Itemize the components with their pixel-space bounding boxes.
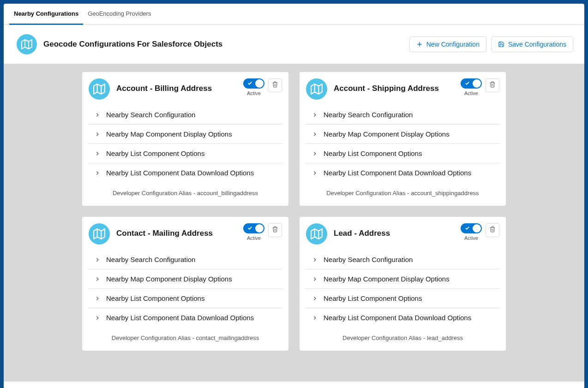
section-row[interactable]: Nearby List Component Data Download Opti… <box>88 163 283 182</box>
section-row[interactable]: Nearby List Component Data Download Opti… <box>305 163 500 182</box>
save-configurations-button[interactable]: Save Configurations <box>491 36 573 52</box>
new-configuration-label: New Configuration <box>426 41 480 48</box>
check-icon <box>465 224 470 233</box>
section-label: Nearby List Component Data Download Opti… <box>106 314 254 322</box>
card-title: Contact - Mailing Address <box>116 223 237 238</box>
card-title: Account - Billing Address <box>116 78 237 93</box>
trash-icon <box>489 81 496 90</box>
chevron-right-icon <box>307 112 318 118</box>
chevron-right-icon <box>90 131 101 137</box>
section-label: Nearby Search Configuration <box>106 256 195 263</box>
section-row[interactable]: Nearby Map Component Display Options <box>305 269 500 289</box>
section-row[interactable]: Nearby Search Configuration <box>88 105 283 125</box>
check-icon <box>247 224 252 233</box>
active-toggle[interactable] <box>461 223 482 233</box>
trash-icon <box>489 226 496 234</box>
tabs: Nearby Configurations GeoEncoding Provid… <box>4 4 584 25</box>
card-footer: Developer Configuration Alias - contact_… <box>82 327 288 351</box>
active-toggle[interactable] <box>243 78 264 89</box>
plus-icon <box>416 41 423 48</box>
chevron-right-icon <box>90 295 101 302</box>
active-label: Active <box>247 90 261 96</box>
svg-marker-8 <box>311 84 322 94</box>
active-toggle[interactable] <box>243 223 264 233</box>
page-title: Geocode Configurations For Salesforce Ob… <box>43 40 405 49</box>
check-icon <box>465 79 470 88</box>
section-label: Nearby Search Configuration <box>106 111 195 119</box>
config-card: Lead - AddressActiveNearby Search Config… <box>300 217 506 351</box>
section-row[interactable]: Nearby Search Configuration <box>305 250 500 269</box>
section-row[interactable]: Nearby List Component Options <box>305 289 500 308</box>
active-label: Active <box>464 235 478 241</box>
content-area: Account - Billing AddressActiveNearby Se… <box>4 64 584 388</box>
config-card: Account - Billing AddressActiveNearby Se… <box>82 72 288 206</box>
chevron-right-icon <box>307 257 318 263</box>
section-label: Nearby List Component Data Download Opti… <box>106 169 254 177</box>
tab-geoencoding-providers[interactable]: GeoEncoding Providers <box>83 4 156 25</box>
trash-icon <box>272 81 278 90</box>
chevron-right-icon <box>307 150 318 157</box>
section-label: Nearby List Component Options <box>324 149 422 157</box>
section-row[interactable]: Nearby List Component Data Download Opti… <box>305 308 500 327</box>
active-toggle[interactable] <box>461 78 482 89</box>
section-row[interactable]: Nearby List Component Options <box>88 289 283 308</box>
section-row[interactable]: Nearby Search Configuration <box>305 105 500 125</box>
section-label: Nearby List Component Data Download Opti… <box>324 314 471 322</box>
card-footer: Developer Configuration Alias - account_… <box>82 182 288 206</box>
map-icon <box>89 78 110 100</box>
save-configurations-label: Save Configurations <box>508 41 566 48</box>
delete-button[interactable] <box>486 78 499 92</box>
card-title: Account - Shipping Address <box>334 78 454 93</box>
chevron-right-icon <box>307 131 318 137</box>
card-title: Lead - Address <box>334 223 454 238</box>
chevron-right-icon <box>90 150 101 157</box>
map-icon <box>89 223 110 245</box>
section-label: Nearby List Component Options <box>324 294 422 302</box>
section-row[interactable]: Nearby List Component Options <box>88 144 283 163</box>
section-label: Nearby Search Configuration <box>324 111 413 119</box>
svg-marker-0 <box>22 40 32 49</box>
delete-button[interactable] <box>486 223 499 237</box>
section-row[interactable]: Nearby List Component Data Download Opti… <box>88 308 283 327</box>
delete-button[interactable] <box>268 78 282 92</box>
section-row[interactable]: Nearby Search Configuration <box>88 250 283 269</box>
chevron-right-icon <box>90 257 101 263</box>
section-label: Nearby Map Component Display Options <box>106 275 232 283</box>
map-icon <box>17 34 37 54</box>
section-label: Nearby List Component Data Download Opti… <box>324 169 471 177</box>
save-icon <box>498 41 504 48</box>
map-icon <box>306 223 327 245</box>
page-header: Geocode Configurations For Salesforce Ob… <box>4 25 584 64</box>
section-label: Nearby Search Configuration <box>324 256 413 263</box>
new-configuration-button[interactable]: New Configuration <box>409 36 486 52</box>
section-label: Nearby Map Component Display Options <box>324 130 450 138</box>
active-label: Active <box>247 235 261 241</box>
map-icon <box>306 78 327 100</box>
delete-button[interactable] <box>268 223 282 237</box>
section-label: Nearby List Component Options <box>106 294 204 302</box>
chevron-right-icon <box>90 315 101 321</box>
chevron-right-icon <box>90 112 101 118</box>
check-icon <box>247 79 252 88</box>
config-card: Contact - Mailing AddressActiveNearby Se… <box>82 217 288 351</box>
trash-icon <box>272 226 278 234</box>
card-footer: Developer Configuration Alias - lead_add… <box>300 327 506 351</box>
section-row[interactable]: Nearby Map Component Display Options <box>88 269 283 289</box>
section-label: Nearby Map Component Display Options <box>324 275 450 283</box>
section-row[interactable]: Nearby Map Component Display Options <box>305 125 500 144</box>
config-card: Account - Shipping AddressActiveNearby S… <box>300 72 506 206</box>
svg-marker-5 <box>94 84 105 94</box>
chevron-right-icon <box>307 170 318 176</box>
section-row[interactable]: Nearby Map Component Display Options <box>88 125 283 144</box>
chevron-right-icon <box>90 276 101 282</box>
chevron-right-icon <box>307 276 318 282</box>
tab-nearby-configurations[interactable]: Nearby Configurations <box>9 4 83 25</box>
section-row[interactable]: Nearby List Component Options <box>305 144 500 163</box>
chevron-right-icon <box>307 315 318 321</box>
chevron-right-icon <box>90 170 101 176</box>
section-label: Nearby Map Component Display Options <box>106 130 232 138</box>
section-label: Nearby List Component Options <box>106 149 204 157</box>
svg-marker-14 <box>311 229 322 239</box>
card-footer: Developer Configuration Alias - account_… <box>300 182 506 206</box>
active-label: Active <box>464 90 478 96</box>
